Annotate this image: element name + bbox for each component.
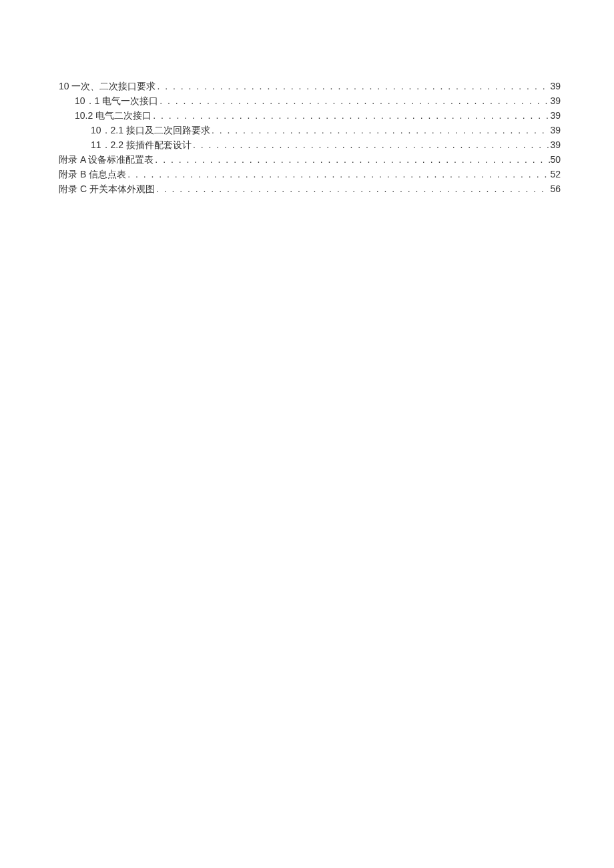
toc-leader-dots xyxy=(158,93,550,108)
toc-entry-page: 39 xyxy=(550,79,561,93)
toc-leader-dots xyxy=(126,167,550,181)
toc-entry-title: 10．2.1 接口及二次回路要求 xyxy=(91,123,210,137)
toc-leader-dots xyxy=(156,79,550,93)
toc-leader-dots xyxy=(155,181,551,196)
toc-entry: 11．2.2 接插件配套设计 39 xyxy=(59,137,561,152)
toc-entry-page: 39 xyxy=(550,123,561,137)
toc-entry: 10．1 电气一次接口 39 xyxy=(59,93,561,108)
toc-entry-title: 附录 C 开关本体外观图 xyxy=(59,181,155,196)
toc-entry-title: 10 一次、二次接口要求 xyxy=(59,79,156,93)
toc-entry-page: 39 xyxy=(550,108,561,123)
toc-entry: 附录 A 设备标准配置表 50 xyxy=(59,152,561,167)
toc-entry-page: 52 xyxy=(550,167,561,181)
toc-leader-dots xyxy=(154,152,550,167)
table-of-contents: 10 一次、二次接口要求 39 10．1 电气一次接口 39 10.2 电气二次… xyxy=(59,79,561,196)
toc-entry-title: 10.2 电气二次接口 xyxy=(75,108,151,123)
toc-entry-title: 附录 A 设备标准配置表 xyxy=(59,152,154,167)
toc-entry: 附录 B 信息点表 52 xyxy=(59,167,561,181)
toc-entry-title: 10．1 电气一次接口 xyxy=(75,93,158,108)
toc-entry-page: 50 xyxy=(550,152,561,167)
toc-entry: 附录 C 开关本体外观图 56 xyxy=(59,181,561,196)
toc-leader-dots xyxy=(210,123,550,137)
toc-entry-title: 11．2.2 接插件配套设计 xyxy=(91,137,192,152)
toc-entry: 10．2.1 接口及二次回路要求 39 xyxy=(59,123,561,137)
toc-entry-page: 39 xyxy=(550,137,561,152)
toc-entry-page: 56 xyxy=(550,181,561,196)
toc-leader-dots xyxy=(151,108,550,123)
toc-entry: 10.2 电气二次接口 39 xyxy=(59,108,561,123)
toc-entry-page: 39 xyxy=(550,93,561,108)
toc-leader-dots xyxy=(192,137,550,152)
toc-entry-title: 附录 B 信息点表 xyxy=(59,167,126,181)
toc-entry: 10 一次、二次接口要求 39 xyxy=(59,79,561,93)
